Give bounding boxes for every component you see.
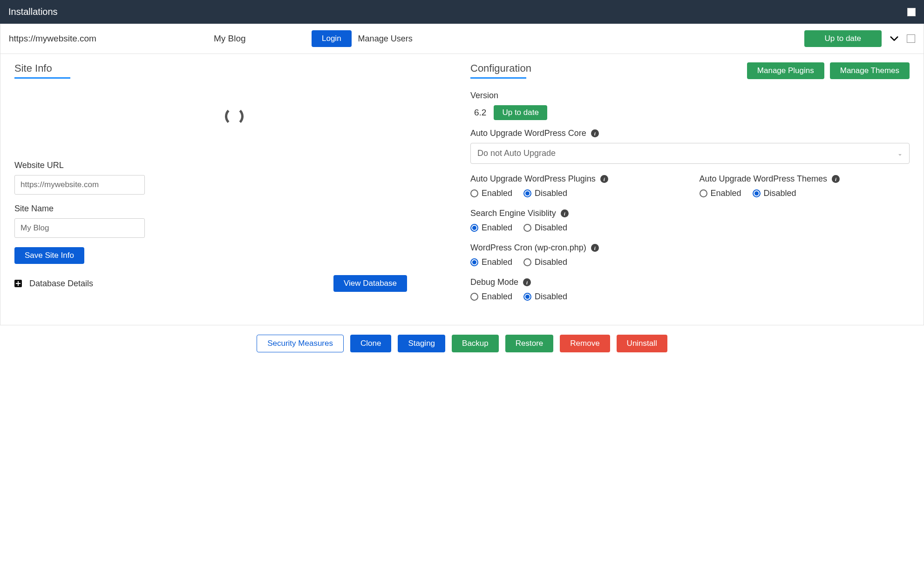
configuration-title: Configuration bbox=[470, 62, 531, 74]
site-name-input[interactable] bbox=[14, 218, 145, 238]
configuration-column: Configuration Manage Plugins Manage Them… bbox=[470, 62, 910, 312]
manage-plugins-button[interactable]: Manage Plugins bbox=[747, 62, 824, 79]
clone-button[interactable]: Clone bbox=[350, 335, 391, 352]
plus-icon[interactable] bbox=[14, 280, 22, 287]
restore-button[interactable]: Restore bbox=[505, 335, 554, 352]
search-disabled-radio[interactable]: Disabled bbox=[523, 223, 567, 233]
version-value: 6.2 bbox=[474, 108, 486, 118]
staging-button[interactable]: Staging bbox=[398, 335, 445, 352]
installation-row: https://mywebsite.com My Blog Login Mana… bbox=[0, 24, 924, 54]
cron-disabled-radio[interactable]: Disabled bbox=[523, 257, 567, 267]
website-url-label: Website URL bbox=[14, 161, 454, 170]
install-url[interactable]: https://mywebsite.com bbox=[9, 34, 204, 44]
auto-upgrade-core-value: Do not Auto Upgrade bbox=[477, 148, 556, 158]
cron-enabled-radio[interactable]: Enabled bbox=[470, 257, 512, 267]
info-icon[interactable]: i bbox=[561, 209, 569, 217]
debug-disabled-radio[interactable]: Disabled bbox=[523, 292, 567, 302]
footer-actions: Security Measures Clone Staging Backup R… bbox=[0, 325, 924, 357]
cron-label: WordPress Cron (wp-cron.php) bbox=[470, 243, 586, 253]
title-underline bbox=[470, 77, 526, 79]
debug-enabled-radio[interactable]: Enabled bbox=[470, 292, 512, 302]
auto-upgrade-plugins-label: Auto Upgrade WordPress Plugins bbox=[470, 174, 596, 184]
chevron-down-icon[interactable] bbox=[890, 36, 898, 41]
page-title: Installations bbox=[8, 7, 58, 17]
version-status-badge: Up to date bbox=[494, 105, 547, 120]
auto-upgrade-core-label: Auto Upgrade WordPress Core bbox=[470, 128, 586, 138]
view-database-button[interactable]: View Database bbox=[333, 275, 407, 292]
themes-enabled-radio[interactable]: Enabled bbox=[700, 189, 741, 198]
info-icon[interactable]: i bbox=[591, 129, 599, 137]
auto-upgrade-core-select[interactable]: Do not Auto Upgrade ⌄ bbox=[470, 143, 910, 164]
title-underline bbox=[14, 77, 70, 79]
spinner-icon bbox=[225, 107, 244, 126]
site-info-title: Site Info bbox=[14, 62, 454, 74]
save-site-info-button[interactable]: Save Site Info bbox=[14, 247, 84, 264]
website-url-input[interactable] bbox=[14, 175, 145, 195]
content-panel: Site Info Website URL Site Name Save Sit… bbox=[0, 54, 924, 325]
chevron-down-icon: ⌄ bbox=[897, 150, 903, 157]
plugins-enabled-radio[interactable]: Enabled bbox=[470, 189, 512, 198]
remove-button[interactable]: Remove bbox=[560, 335, 610, 352]
manage-users-link[interactable]: Manage Users bbox=[358, 34, 413, 44]
version-label: Version bbox=[470, 91, 910, 101]
info-icon[interactable]: i bbox=[591, 244, 599, 252]
select-all-checkbox[interactable] bbox=[907, 8, 916, 16]
security-measures-button[interactable]: Security Measures bbox=[257, 335, 344, 352]
site-info-column: Site Info Website URL Site Name Save Sit… bbox=[14, 62, 454, 312]
plugins-disabled-radio[interactable]: Disabled bbox=[523, 189, 567, 198]
debug-label: Debug Mode bbox=[470, 277, 518, 287]
install-site-name: My Blog bbox=[214, 34, 302, 44]
info-icon[interactable]: i bbox=[523, 278, 531, 286]
auto-upgrade-themes-label: Auto Upgrade WordPress Themes bbox=[700, 174, 827, 184]
themes-disabled-radio[interactable]: Disabled bbox=[753, 189, 796, 198]
row-checkbox[interactable] bbox=[907, 34, 915, 43]
backup-button[interactable]: Backup bbox=[452, 335, 499, 352]
site-name-label: Site Name bbox=[14, 204, 454, 214]
info-icon[interactable]: i bbox=[600, 175, 608, 183]
search-visibility-label: Search Engine Visiblity bbox=[470, 209, 556, 218]
uninstall-button[interactable]: Uninstall bbox=[617, 335, 667, 352]
info-icon[interactable]: i bbox=[832, 175, 840, 183]
screenshot-loading bbox=[14, 91, 454, 142]
search-enabled-radio[interactable]: Enabled bbox=[470, 223, 512, 233]
header-bar: Installations bbox=[0, 0, 924, 24]
status-badge[interactable]: Up to date bbox=[804, 30, 882, 47]
login-button[interactable]: Login bbox=[312, 30, 352, 47]
database-details-toggle[interactable]: Database Details bbox=[29, 279, 93, 289]
manage-themes-button[interactable]: Manage Themes bbox=[830, 62, 910, 79]
